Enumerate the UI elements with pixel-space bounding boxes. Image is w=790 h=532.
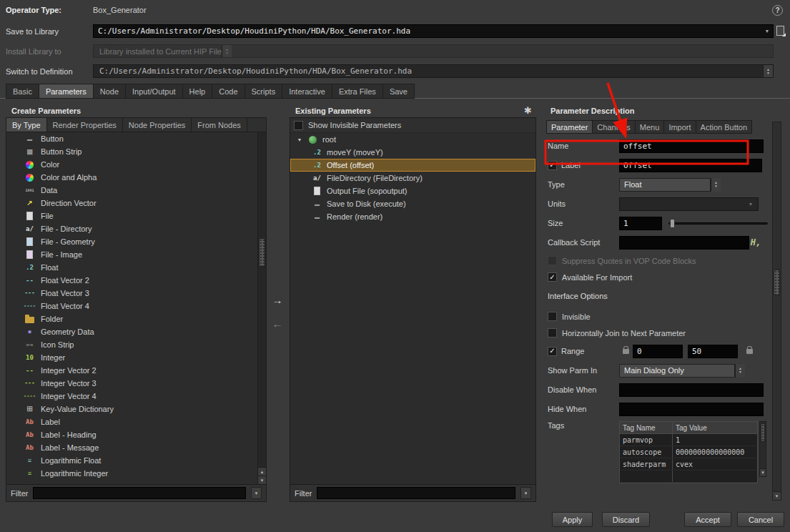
tree-item-output-file-sopoutput[interactable]: Output File (sopoutput) <box>290 184 535 197</box>
invisible-checkbox[interactable] <box>548 312 557 321</box>
hide-when-input[interactable] <box>619 403 764 416</box>
tab-help[interactable]: Help <box>182 84 213 99</box>
size-input[interactable]: 1 <box>619 217 662 230</box>
create-tab-node-properties[interactable]: Node Properties <box>123 118 192 132</box>
remove-parameter-button[interactable]: ← <box>270 315 285 331</box>
scroll-down-button[interactable]: ▼ <box>773 491 781 500</box>
parameter-type-icon-strip[interactable]: o▫oIcon Strip <box>6 338 257 351</box>
tree-item-offset-offset[interactable]: .2Offset (offset) <box>290 159 535 172</box>
range-max-input[interactable]: 50 <box>688 345 738 358</box>
show-invisible-checkbox[interactable] <box>294 121 303 130</box>
type-list-scrollbar[interactable]: ▲ ▼ <box>257 132 266 484</box>
size-slider[interactable] <box>668 219 769 228</box>
cancel-button[interactable]: Cancel <box>737 512 784 527</box>
parameter-type-data[interactable]: 1001Data <box>6 184 257 197</box>
pd-tab-import[interactable]: Import <box>663 120 696 134</box>
parameter-type-direction-vector[interactable]: ↗Direction Vector <box>6 197 257 210</box>
parameter-type-integer-vector-2[interactable]: --Integer Vector 2 <box>6 364 257 377</box>
lock-icon[interactable] <box>746 349 753 354</box>
parameter-type-file-directory[interactable]: a/File - Directory <box>6 222 257 235</box>
existing-filter-input[interactable] <box>317 487 515 499</box>
filter-menu-button[interactable]: ▼ <box>520 487 531 499</box>
parameter-type-color[interactable]: Color <box>6 158 257 171</box>
tab-save[interactable]: Save <box>382 84 415 99</box>
tag-row-autoscope[interactable]: autoscope0000000000000000 <box>620 446 757 458</box>
slider-handle[interactable] <box>670 219 675 228</box>
create-tab-render-properties[interactable]: Render Properties <box>47 118 123 132</box>
available-for-import-checkbox[interactable] <box>548 272 557 282</box>
switch-to-definition-input[interactable]: C:/Users/Administrator/Desktop/HoudiniPy… <box>93 64 774 78</box>
chevron-down-icon[interactable]: ▼ <box>761 29 773 34</box>
pd-tab-parameter[interactable]: Parameter <box>546 120 593 134</box>
disable-when-input[interactable] <box>619 383 764 397</box>
filter-menu-button[interactable]: ▼ <box>251 487 262 499</box>
scroll-up-button[interactable]: ▲ <box>258 467 266 476</box>
parameter-type-geometry-data[interactable]: ●Geometry Data <box>6 325 257 338</box>
tab-node[interactable]: Node <box>93 84 126 99</box>
parameter-type-button-strip[interactable]: ▤Button Strip <box>6 145 257 158</box>
create-tab-from-nodes[interactable]: From Nodes <box>192 118 247 132</box>
show-parm-in-spinner[interactable]: ▲▼ <box>735 364 745 378</box>
pd-tab-action-button[interactable]: Action Button <box>696 120 752 134</box>
tab-scripts[interactable]: Scripts <box>245 84 283 99</box>
parameter-type-file-image[interactable]: File - Image <box>6 248 257 261</box>
tree-item-root[interactable]: ▼root <box>290 133 535 146</box>
scrollbar-thumb[interactable] <box>259 238 265 267</box>
name-input[interactable]: offset <box>619 139 764 153</box>
tab-basic[interactable]: Basic <box>6 84 39 99</box>
discard-button[interactable]: Discard <box>602 512 650 527</box>
horizontal-join-checkbox[interactable] <box>548 328 557 338</box>
show-parm-in-dropdown[interactable]: Main Dialog Only <box>619 364 735 378</box>
parameter-type-logarithmic-integer[interactable]: ≡Logarithmic Integer <box>6 467 257 480</box>
parameter-type-float-vector-4[interactable]: ----Float Vector 4 <box>6 300 257 312</box>
create-tab-by-type[interactable]: By Type <box>6 118 47 132</box>
label-enable-checkbox[interactable] <box>548 161 557 170</box>
parameter-type-button[interactable]: ▬Button <box>6 132 257 145</box>
dialog-scrollbar[interactable]: ▼ <box>772 122 781 501</box>
tab-extra-files[interactable]: Extra Files <box>332 84 383 99</box>
tree-item-save-to-disk-execute[interactable]: ▬Save to Disk (execute) <box>290 197 535 210</box>
tab-interactive[interactable]: Interactive <box>282 84 332 99</box>
parameter-type-color-and-alpha[interactable]: Color and Alpha <box>6 171 257 184</box>
range-checkbox[interactable] <box>548 347 557 356</box>
collapse-arrow-icon[interactable]: ▼ <box>296 137 303 142</box>
tags-scrollbar[interactable]: ▼ <box>759 421 766 477</box>
parameter-type-key-value-dictionary[interactable]: ⊞Key-Value Dictionary <box>6 403 257 415</box>
tag-row-parmvop[interactable]: parmvop1 <box>620 434 757 446</box>
lock-icon[interactable] <box>623 349 629 354</box>
parameter-type-integer-vector-4[interactable]: ----Integer Vector 4 <box>6 390 257 403</box>
tab-code[interactable]: Code <box>212 84 245 99</box>
tree-item-filedirectory-filedirectory[interactable]: a/FileDirectory (FileDirectory) <box>290 172 535 184</box>
pd-tab-channels[interactable]: Channels <box>592 120 635 134</box>
apply-button[interactable]: Apply <box>552 512 593 527</box>
parameter-type-label-heading[interactable]: AbLabel - Heading <box>6 428 257 441</box>
units-input[interactable]: ▼ <box>619 197 759 211</box>
pd-tab-menu[interactable]: Menu <box>635 120 665 134</box>
parameter-type-float-vector-3[interactable]: ---Float Vector 3 <box>6 287 257 300</box>
type-filter-input[interactable] <box>33 487 246 499</box>
type-dropdown[interactable]: Float <box>619 178 711 192</box>
parameter-type-file[interactable]: File <box>6 210 257 222</box>
scrollbar-thumb[interactable] <box>774 270 780 295</box>
save-library-file-icon[interactable] <box>776 26 784 36</box>
switch-to-definition-spinner[interactable]: ▲▼ <box>763 65 773 77</box>
parameter-type-float[interactable]: .2Float <box>6 261 257 274</box>
chevron-down-icon[interactable]: ▼ <box>745 202 756 207</box>
parameter-type-logarithmic-float[interactable]: ≡Logarithmic Float <box>6 454 257 467</box>
tab-input-output[interactable]: Input/Output <box>125 84 183 99</box>
range-min-input[interactable]: 0 <box>633 345 683 358</box>
parameter-type-file-geometry[interactable]: File - Geometry <box>6 235 257 248</box>
scroll-down-button[interactable]: ▼ <box>760 468 766 476</box>
tag-row-empty[interactable] <box>620 471 757 483</box>
accept-button[interactable]: Accept <box>684 512 731 527</box>
parameter-type-float-vector-2[interactable]: --Float Vector 2 <box>6 274 257 287</box>
parameter-type-folder[interactable]: Folder <box>6 312 257 325</box>
label-input[interactable]: Offset <box>619 159 762 172</box>
type-spinner[interactable]: ▲▼ <box>711 178 721 192</box>
callback-input[interactable] <box>619 236 749 250</box>
parameter-type-label-message[interactable]: AbLabel - Message <box>6 441 257 454</box>
hscript-language-icon[interactable]: H, <box>749 237 762 247</box>
tree-item-movey-movey[interactable]: .2moveY (moveY) <box>290 146 535 159</box>
tree-item-render-render[interactable]: ▬Render (render) <box>290 210 535 223</box>
scrollbar-thumb[interactable] <box>761 423 765 442</box>
